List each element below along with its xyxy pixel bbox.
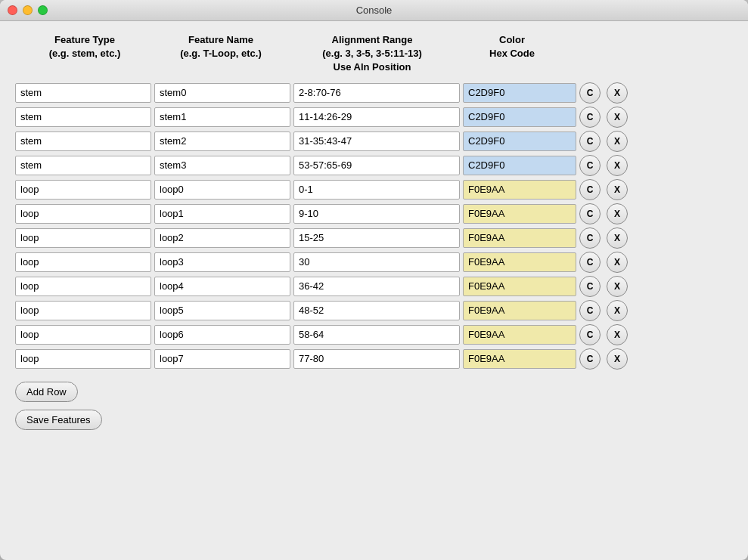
color-hex-input[interactable] <box>463 83 576 103</box>
feature-type-input[interactable] <box>15 325 151 345</box>
titlebar: Console <box>0 0 748 21</box>
copy-button[interactable]: C <box>579 348 601 370</box>
feature-type-input[interactable] <box>15 301 151 320</box>
alignment-range-input[interactable] <box>293 252 460 272</box>
table-row: C X <box>15 324 733 345</box>
feature-type-input[interactable] <box>15 252 151 272</box>
alignment-range-input[interactable] <box>293 228 460 248</box>
minimize-button[interactable] <box>23 5 33 15</box>
copy-button[interactable]: C <box>579 179 601 200</box>
table-row: C X <box>15 300 733 321</box>
feature-name-input[interactable] <box>154 156 290 175</box>
alignment-range-input[interactable] <box>293 301 460 320</box>
color-hex-input[interactable] <box>463 156 576 175</box>
table-row: C X <box>15 348 733 370</box>
delete-button[interactable]: X <box>607 179 628 200</box>
feature-name-input[interactable] <box>154 277 290 296</box>
color-hex-input[interactable] <box>463 277 576 296</box>
alignment-range-input[interactable] <box>293 325 460 345</box>
delete-button[interactable]: X <box>607 203 628 224</box>
color-hex-input[interactable] <box>463 349 576 369</box>
table-row: C X <box>15 276 733 297</box>
add-row-button[interactable]: Add Row <box>15 382 78 402</box>
color-hex-input[interactable] <box>463 180 576 200</box>
save-features-button[interactable]: Save Features <box>15 410 102 430</box>
copy-button[interactable]: C <box>579 300 601 321</box>
delete-button[interactable]: X <box>607 107 628 128</box>
delete-button[interactable]: X <box>607 252 628 273</box>
delete-button[interactable]: X <box>607 348 628 370</box>
feature-name-input[interactable] <box>154 252 290 272</box>
copy-button[interactable]: C <box>579 107 601 128</box>
feature-type-input[interactable] <box>15 107 151 127</box>
feature-name-input[interactable] <box>154 228 290 248</box>
feature-type-input[interactable] <box>15 349 151 369</box>
color-hex-input[interactable] <box>463 131 576 151</box>
table-row: C X <box>15 82 733 104</box>
alignment-range-input[interactable] <box>293 277 460 296</box>
table-row: C X <box>15 227 733 249</box>
copy-button[interactable]: C <box>579 155 601 176</box>
delete-button[interactable]: X <box>607 155 628 176</box>
feature-name-input[interactable] <box>154 107 290 127</box>
bottom-buttons: Add Row Save Features <box>15 382 733 430</box>
header-feature-type: Feature Type(e.g. stem, etc.) <box>17 33 153 75</box>
header-alignment-range: Alignment Range(e.g. 3, 3-5, 3-5:11-13)U… <box>289 33 455 75</box>
titlebar-buttons <box>8 5 48 15</box>
alignment-range-input[interactable] <box>293 349 460 369</box>
copy-button[interactable]: C <box>579 324 601 345</box>
table-row: C X <box>15 203 733 224</box>
alignment-range-input[interactable] <box>293 180 460 200</box>
feature-name-input[interactable] <box>154 325 290 345</box>
table-row: C X <box>15 252 733 273</box>
table-row: C X <box>15 131 733 152</box>
table-row: C X <box>15 179 733 200</box>
copy-button[interactable]: C <box>579 252 601 273</box>
table-row: C X <box>15 155 733 176</box>
color-hex-input[interactable] <box>463 107 576 127</box>
feature-name-input[interactable] <box>154 83 290 103</box>
color-hex-input[interactable] <box>463 252 576 272</box>
delete-button[interactable]: X <box>607 300 628 321</box>
color-hex-input[interactable] <box>463 325 576 345</box>
feature-name-input[interactable] <box>154 204 290 224</box>
close-button[interactable] <box>8 5 17 15</box>
alignment-range-input[interactable] <box>293 83 460 103</box>
delete-button[interactable]: X <box>607 276 628 297</box>
copy-button[interactable]: C <box>579 82 601 104</box>
color-hex-input[interactable] <box>463 228 576 248</box>
copy-button[interactable]: C <box>579 227 601 249</box>
feature-name-input[interactable] <box>154 131 290 151</box>
feature-name-input[interactable] <box>154 349 290 369</box>
delete-button[interactable]: X <box>607 131 628 152</box>
alignment-range-input[interactable] <box>293 131 460 151</box>
feature-type-input[interactable] <box>15 277 151 296</box>
feature-type-input[interactable] <box>15 228 151 248</box>
maximize-button[interactable] <box>38 5 48 15</box>
delete-button[interactable]: X <box>607 227 628 249</box>
header-color-hex: ColorHex Code <box>455 33 569 75</box>
feature-type-input[interactable] <box>15 131 151 151</box>
alignment-range-input[interactable] <box>293 204 460 224</box>
feature-name-input[interactable] <box>154 180 290 200</box>
column-headers: Feature Type(e.g. stem, etc.) Feature Na… <box>15 33 733 75</box>
copy-button[interactable]: C <box>579 203 601 224</box>
window-title: Console <box>356 5 393 16</box>
copy-button[interactable]: C <box>579 276 601 297</box>
color-hex-input[interactable] <box>463 204 576 224</box>
alignment-range-input[interactable] <box>293 107 460 127</box>
main-window: Console Feature Type(e.g. stem, etc.) Fe… <box>0 0 748 560</box>
delete-button[interactable]: X <box>607 82 628 104</box>
data-rows: C X C X C X C X C <box>15 82 733 370</box>
feature-type-input[interactable] <box>15 204 151 224</box>
table-row: C X <box>15 107 733 128</box>
color-hex-input[interactable] <box>463 301 576 320</box>
header-actions <box>569 33 614 75</box>
delete-button[interactable]: X <box>607 324 628 345</box>
copy-button[interactable]: C <box>579 131 601 152</box>
alignment-range-input[interactable] <box>293 156 460 175</box>
feature-name-input[interactable] <box>154 301 290 320</box>
feature-type-input[interactable] <box>15 156 151 175</box>
feature-type-input[interactable] <box>15 180 151 200</box>
feature-type-input[interactable] <box>15 83 151 103</box>
